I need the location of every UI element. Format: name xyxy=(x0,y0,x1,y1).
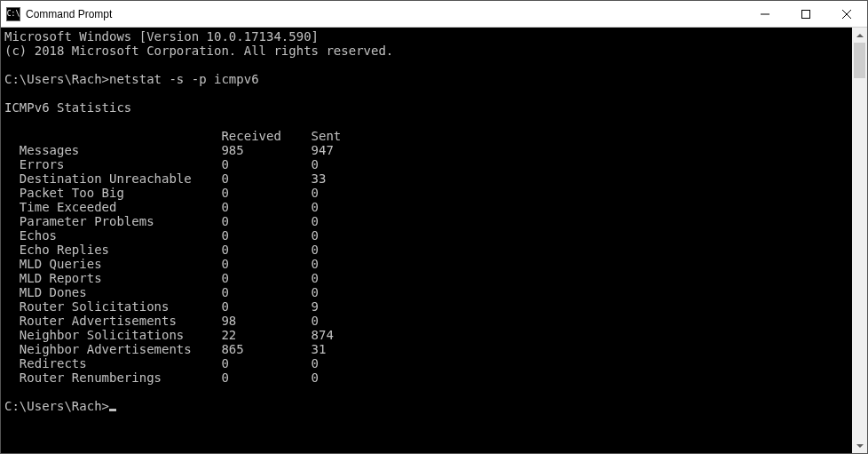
svg-rect-1 xyxy=(802,10,810,18)
terminal-output[interactable]: Microsoft Windows [Version 10.0.17134.59… xyxy=(1,28,852,453)
svg-marker-4 xyxy=(856,34,864,37)
window-titlebar[interactable]: C:\ Command Prompt xyxy=(1,1,867,28)
window-title: Command Prompt xyxy=(26,8,112,20)
prompt-line[interactable]: C:\Users\Rach> xyxy=(4,399,116,413)
close-button[interactable] xyxy=(826,1,867,28)
scroll-down-button[interactable] xyxy=(852,438,867,453)
chevron-down-icon xyxy=(856,444,864,448)
prompt-path: C:\Users\Rach> xyxy=(4,399,109,413)
svg-marker-5 xyxy=(856,444,864,448)
scroll-up-button[interactable] xyxy=(852,28,867,43)
cursor xyxy=(109,409,116,411)
close-icon xyxy=(842,10,851,19)
scroll-thumb[interactable] xyxy=(854,43,865,78)
chevron-up-icon xyxy=(856,34,864,37)
vertical-scrollbar[interactable] xyxy=(852,28,867,453)
maximize-button[interactable] xyxy=(785,1,826,28)
cmd-icon: C:\ xyxy=(6,7,20,21)
minimize-button[interactable] xyxy=(745,1,785,28)
maximize-icon xyxy=(801,10,810,19)
minimize-icon xyxy=(761,10,769,19)
